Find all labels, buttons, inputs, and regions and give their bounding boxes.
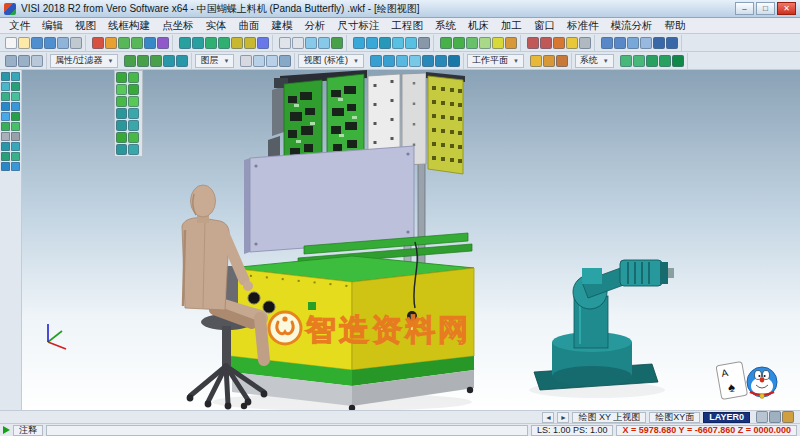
menu-item[interactable]: 文件: [3, 18, 36, 34]
menu-item[interactable]: 加工: [495, 18, 528, 34]
menu-item[interactable]: 帮助: [659, 18, 692, 34]
toolbar-icon[interactable]: [11, 132, 20, 141]
menu-item[interactable]: 尺寸标注: [332, 18, 386, 34]
toolbar-icon[interactable]: [124, 55, 136, 67]
toolbar-icon[interactable]: [253, 55, 265, 67]
toolbar-icon[interactable]: [492, 37, 504, 49]
toolbar-icon[interactable]: [530, 55, 542, 67]
toolbar-icon[interactable]: [466, 37, 478, 49]
workplane-indicator[interactable]: 绘图XY面: [649, 412, 700, 423]
toolbar-icon[interactable]: [659, 55, 671, 67]
minimize-button[interactable]: –: [735, 2, 754, 15]
toolbar-icon[interactable]: [128, 84, 139, 95]
toolbar-icon[interactable]: [553, 37, 565, 49]
toolbar-icon[interactable]: [305, 37, 317, 49]
layer-dropdown[interactable]: 图层 ▼: [195, 54, 234, 68]
toolbar-icon[interactable]: [31, 37, 43, 49]
toolbar-icon[interactable]: [640, 37, 652, 49]
toolbar-icon[interactable]: [672, 55, 684, 67]
toolbar-icon[interactable]: [144, 37, 156, 49]
toolbar-icon[interactable]: [11, 82, 20, 91]
toolbar-icon[interactable]: [1, 82, 10, 91]
toolbar-icon[interactable]: [331, 37, 343, 49]
toolbar-icon[interactable]: [11, 102, 20, 111]
toolbar-icon[interactable]: [292, 37, 304, 49]
layer-indicator[interactable]: LAYER0: [703, 412, 750, 423]
toolbar-icon[interactable]: [543, 55, 555, 67]
toolbar-icon[interactable]: [409, 55, 421, 67]
toolbar-icon[interactable]: [128, 108, 139, 119]
menu-item[interactable]: 系统: [429, 18, 462, 34]
toolbar-icon[interactable]: [505, 37, 517, 49]
toolbar-icon[interactable]: [157, 37, 169, 49]
toolbar-icon[interactable]: [769, 411, 781, 423]
menu-item[interactable]: 点坐标: [156, 18, 200, 34]
menu-item[interactable]: 机床: [462, 18, 495, 34]
toolbar-icon[interactable]: [11, 92, 20, 101]
menu-item[interactable]: 标准件: [561, 18, 605, 34]
menu-item[interactable]: 编辑: [36, 18, 69, 34]
annotation-indicator[interactable]: 注释: [13, 425, 43, 436]
toolbar-icon[interactable]: [540, 37, 552, 49]
toolbar-icon[interactable]: [756, 411, 768, 423]
toolbar-icon[interactable]: [566, 37, 578, 49]
toolbar-icon[interactable]: [266, 55, 278, 67]
toolbar-icon[interactable]: [11, 112, 20, 121]
filter-dropdown[interactable]: 属性/过滤器 ▼: [50, 54, 118, 68]
toolbar-icon[interactable]: [244, 37, 256, 49]
toolbar-icon[interactable]: [435, 55, 447, 67]
toolbar-icon[interactable]: [396, 55, 408, 67]
toolbar-icon[interactable]: [633, 55, 645, 67]
toolbar-icon[interactable]: [440, 37, 452, 49]
next-view-button[interactable]: ►: [557, 412, 569, 423]
toolbar-icon[interactable]: [1, 152, 10, 161]
toolbar-icon[interactable]: [31, 55, 43, 67]
toolbar-icon[interactable]: [601, 37, 613, 49]
toolbar-icon[interactable]: [128, 144, 139, 155]
toolbar-icon[interactable]: [653, 37, 665, 49]
toolbar-icon[interactable]: [11, 72, 20, 81]
toolbar-icon[interactable]: [1, 92, 10, 101]
view-standard-dropdown[interactable]: 视图 (标准) ▼: [298, 54, 363, 68]
toolbar-icon[interactable]: [614, 37, 626, 49]
toolbar-icon[interactable]: [44, 37, 56, 49]
menu-item[interactable]: 分析: [299, 18, 332, 34]
close-button[interactable]: ✕: [777, 2, 796, 15]
toolbar-icon[interactable]: [116, 144, 127, 155]
toolbar-icon[interactable]: [405, 37, 417, 49]
toolbar-icon[interactable]: [1, 142, 10, 151]
toolbar-icon[interactable]: [218, 37, 230, 49]
toolbar-icon[interactable]: [128, 132, 139, 143]
toolbar-icon[interactable]: [579, 37, 591, 49]
prev-view-button[interactable]: ◄: [542, 412, 554, 423]
toolbar-icon[interactable]: [1, 112, 10, 121]
toolbar-icon[interactable]: [1, 122, 10, 131]
toolbar-icon[interactable]: [192, 37, 204, 49]
toolbar-icon[interactable]: [11, 152, 20, 161]
toolbar-icon[interactable]: [116, 120, 127, 131]
toolbar-icon[interactable]: [279, 37, 291, 49]
maximize-button[interactable]: □: [756, 2, 775, 15]
toolbar-icon[interactable]: [1, 102, 10, 111]
toolbar-icon[interactable]: [116, 72, 127, 83]
toolbar-icon[interactable]: [116, 96, 127, 107]
menu-item[interactable]: 模流分析: [605, 18, 659, 34]
toolbar-icon[interactable]: [128, 96, 139, 107]
toolbar-icon[interactable]: [128, 72, 139, 83]
toolbar-icon[interactable]: [116, 108, 127, 119]
toolbar-icon[interactable]: [620, 55, 632, 67]
toolbar-icon[interactable]: [782, 411, 794, 423]
toolbar-icon[interactable]: [392, 37, 404, 49]
toolbar-icon[interactable]: [1, 162, 10, 171]
toolbar-icon[interactable]: [527, 37, 539, 49]
menu-item[interactable]: 建模: [266, 18, 299, 34]
toolbar-icon[interactable]: [116, 132, 127, 143]
menu-item[interactable]: 曲面: [233, 18, 266, 34]
menu-item[interactable]: 视图: [69, 18, 102, 34]
toolbar-icon[interactable]: [418, 37, 430, 49]
system-dropdown[interactable]: 系统 ▼: [575, 54, 614, 68]
toolbar-icon[interactable]: [422, 55, 434, 67]
workplane-dropdown[interactable]: 工作平面 ▼: [467, 54, 524, 68]
toolbar-icon[interactable]: [353, 37, 365, 49]
toolbar-icon[interactable]: [479, 37, 491, 49]
